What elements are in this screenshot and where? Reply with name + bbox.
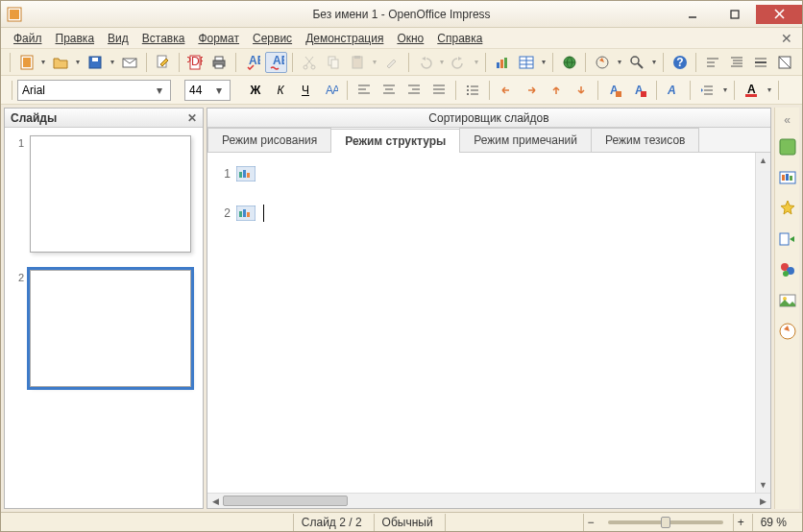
table-icon[interactable] [515,52,537,73]
bold-icon[interactable]: Ж [244,80,267,101]
vertical-scrollbar[interactable]: ▲ ▼ [755,153,770,493]
close-button[interactable] [756,5,802,24]
font-name-combo[interactable]: Arial ▾ [17,80,171,101]
navigator-dock-icon[interactable] [777,321,798,342]
svg-rect-82 [247,173,250,178]
new-dropdown[interactable]: ▾ [39,58,48,66]
custom-animation-icon[interactable] [777,198,798,219]
menu-edit[interactable]: Правка [49,30,102,47]
save-dropdown[interactable]: ▾ [109,58,117,66]
email-icon[interactable] [118,52,140,73]
menu-insert[interactable]: Вставка [135,30,192,47]
svg-rect-87 [780,139,795,155]
align-center-icon[interactable] [377,80,401,101]
zoom-dropdown[interactable]: ▾ [649,58,658,66]
menu-help[interactable]: Справка [430,30,489,47]
zoom-out-icon[interactable]: − [583,514,598,531]
master-pages-icon[interactable] [777,167,798,188]
fontwork-icon[interactable]: A [662,80,685,101]
promote-icon[interactable] [495,80,518,101]
move-up-icon[interactable] [545,80,568,101]
menubar: Файл Правка Вид Вставка Формат Сервис Де… [1,28,802,49]
svg-rect-25 [497,62,499,68]
menu-slideshow[interactable]: Демонстрация [299,30,390,47]
new-icon[interactable] [15,52,37,73]
zoom-value[interactable]: 69 % [752,514,794,531]
zoom-icon[interactable] [625,52,647,73]
outline-allevels-icon[interactable] [725,52,747,73]
tab-notes[interactable]: Режим примечаний [459,128,592,152]
chart-icon[interactable] [491,52,513,73]
font-size-combo[interactable]: 44 ▾ [184,80,231,101]
menu-view[interactable]: Вид [101,30,135,47]
scroll-down-icon[interactable]: ▼ [756,477,770,493]
statusbar: Слайд 2 / 2 Обычный − + 69 % [1,512,802,531]
menu-window[interactable]: Окно [390,30,430,47]
scroll-left-icon[interactable]: ◀ [207,494,223,508]
zoom-knob[interactable] [661,517,670,528]
slide-thumb[interactable]: 2 [12,270,195,387]
outline-canvas[interactable]: 1 2 [207,153,755,493]
horizontal-scrollbar[interactable]: ◀ ▶ [207,493,770,508]
navigator-icon[interactable] [591,52,613,73]
demote-icon[interactable] [520,80,543,101]
hyperlink-icon[interactable] [558,52,580,73]
spellcheck-icon[interactable]: AБВ [241,52,263,73]
move-down-icon[interactable] [570,80,593,101]
properties-icon[interactable] [777,136,798,157]
close-panel-icon[interactable]: ✕ [187,111,197,125]
bullets-icon[interactable] [461,80,484,101]
menu-file[interactable]: Файл [7,30,49,47]
underline-icon[interactable]: Ч [294,80,317,101]
svg-rect-92 [780,233,789,245]
font-color-dropdown[interactable]: ▾ [765,85,773,94]
edit-file-icon[interactable] [152,52,174,73]
help-icon[interactable]: ? [669,52,691,73]
open-dropdown[interactable]: ▾ [74,58,83,66]
outline-format-icon[interactable] [750,52,772,73]
scroll-right-icon[interactable]: ▶ [755,494,770,508]
maximize-button[interactable] [714,5,756,24]
table-dropdown[interactable]: ▾ [540,58,548,66]
zoom-slider[interactable] [608,520,723,524]
align-right-icon[interactable] [402,80,426,101]
tab-outline[interactable]: Режим структуры [330,129,460,153]
gallery-icon[interactable] [777,290,798,311]
scroll-up-icon[interactable]: ▲ [756,153,770,168]
italic-icon[interactable]: К [269,80,292,101]
tab-drawing[interactable]: Режим рисования [207,128,331,152]
export-pdf-icon[interactable]: PDF [184,52,207,73]
outline-row[interactable]: 2 [221,205,742,222]
save-icon[interactable] [85,52,107,73]
scroll-track[interactable] [223,494,755,508]
auto-spellcheck-icon[interactable]: AБВ [265,52,287,73]
styles-icon[interactable] [777,259,798,280]
para-dialog-icon[interactable]: A [628,80,651,101]
increase-font-icon[interactable]: AA [319,80,342,101]
outline-row[interactable]: 1 [221,166,742,181]
char-dialog-icon[interactable]: A [603,80,626,101]
zoom-in-icon[interactable]: + [733,514,748,531]
menu-format[interactable]: Формат [191,30,246,47]
svg-text:PDF: PDF [187,55,203,68]
print-icon[interactable] [208,52,231,73]
minimize-button[interactable] [671,5,714,24]
status-slide: Слайд 2 / 2 [293,514,370,531]
menu-tools[interactable]: Сервис [246,30,299,47]
slide-transition-icon[interactable] [777,229,798,250]
open-icon[interactable] [50,52,72,73]
outline-bw-icon[interactable] [774,52,796,73]
close-doc-button[interactable]: ✕ [777,31,796,46]
format-paintbrush-icon [381,52,403,73]
font-color-icon[interactable]: A [740,80,763,101]
outline-level1-icon[interactable] [701,52,723,73]
slide-thumb[interactable]: 1 [12,135,195,253]
indent-dropdown[interactable]: ▾ [720,85,729,94]
indent-inc-icon[interactable] [695,80,718,101]
align-left-icon[interactable] [353,80,376,101]
align-justify-icon[interactable] [427,80,450,101]
scroll-thumb[interactable] [223,496,348,506]
navigator-dropdown[interactable]: ▾ [616,58,624,66]
tab-handout[interactable]: Режим тезисов [591,128,700,152]
expand-panel-icon[interactable]: « [784,113,791,127]
